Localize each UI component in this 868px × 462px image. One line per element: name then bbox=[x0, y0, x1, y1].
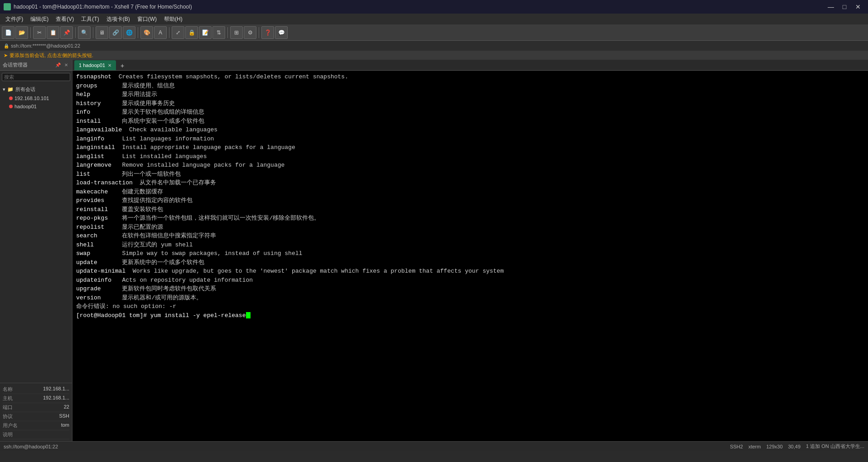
cmd-name: history bbox=[76, 100, 115, 107]
menu-edit[interactable]: 编辑(E) bbox=[27, 14, 52, 24]
cmd-desc: 从文件名中加载一个已存事务 bbox=[140, 179, 216, 186]
tb-expand-button[interactable]: ⤢ bbox=[172, 26, 184, 39]
sidebar-search-area bbox=[0, 71, 72, 83]
terminal-line: help 显示用法提示 bbox=[76, 90, 864, 99]
cmd-desc: Check available languages bbox=[129, 126, 217, 133]
cmd-name: reinstall bbox=[76, 206, 115, 213]
cmd-name: shell bbox=[76, 241, 115, 248]
close-button[interactable]: ✕ bbox=[852, 0, 864, 13]
sidebar-item-192[interactable]: 192.168.10.101 bbox=[0, 94, 72, 102]
prop-value: 192.168.1... bbox=[43, 395, 69, 402]
status-ssh-label: SSH2 bbox=[730, 444, 743, 449]
menu-view[interactable]: 查看(V) bbox=[52, 14, 77, 24]
cmd-name: repolist bbox=[76, 224, 115, 231]
maximize-button[interactable]: □ bbox=[838, 0, 851, 13]
tab-add-button[interactable]: + bbox=[118, 61, 127, 70]
cmd-desc: 更新软件包同时考虑软件包取代关系 bbox=[122, 285, 216, 292]
tb-help-button[interactable]: ❓ bbox=[261, 26, 274, 39]
sidebar-item-label-hadoop01: hadoop01 bbox=[14, 104, 37, 109]
tb-globe-button[interactable]: 🌐 bbox=[123, 26, 135, 39]
terminal-line: fssnapshot Creates filesystem snapshots,… bbox=[76, 72, 864, 82]
menu-tools[interactable]: 工具(T) bbox=[77, 14, 102, 24]
sidebar-search-input[interactable] bbox=[2, 73, 70, 81]
tb-sep-4 bbox=[138, 27, 138, 38]
sidebar-item-hadoop01[interactable]: hadoop01 bbox=[0, 102, 72, 111]
sidebar-pin-icon[interactable]: 📌 bbox=[55, 62, 61, 68]
tb-settings-button[interactable]: ⚙ bbox=[244, 26, 256, 39]
title-bar: hadoop01 - tom@Hadoop01:/home/tom - Xshe… bbox=[0, 0, 868, 14]
prop-value: 192.168.1... bbox=[43, 386, 69, 393]
info-bar: ➤ 要添加当前会话, 点击左侧的箭头按钮. bbox=[0, 51, 868, 60]
tb-sep-6 bbox=[227, 27, 228, 38]
title-bar-controls: — □ ✕ bbox=[825, 0, 864, 13]
tb-script-button[interactable]: 📝 bbox=[199, 26, 212, 39]
tb-sep-7 bbox=[259, 27, 259, 38]
menu-file[interactable]: 文件(F) bbox=[2, 14, 27, 24]
tree-group-expand-icon: ▾ bbox=[3, 87, 5, 92]
cmd-name: search bbox=[76, 232, 115, 239]
info-arrow-icon: ➤ bbox=[4, 53, 8, 58]
cmd-desc: 显示关于软件包或组的详细信息 bbox=[122, 109, 204, 116]
prop-label: 名称 bbox=[3, 386, 13, 393]
cmd-name: list bbox=[76, 171, 115, 178]
prop-value: SSH bbox=[59, 413, 69, 420]
terminal[interactable]: fssnapshot Creates filesystem snapshots,… bbox=[72, 71, 868, 441]
menu-help[interactable]: 帮助(H) bbox=[160, 14, 186, 24]
terminal-line: search 在软件包详细信息中搜索指定字符串 bbox=[76, 231, 864, 241]
app-icon bbox=[4, 3, 11, 10]
tb-transfer-button[interactable]: ⇅ bbox=[212, 26, 225, 39]
terminal-area: 1 hadoop01 ✕ + fssnapshot Creates filesy… bbox=[72, 60, 868, 441]
tb-color-button[interactable]: 🎨 bbox=[140, 26, 153, 39]
sidebar: 会话管理器 📌 ✕ ▾ 📁 所有会话 192.168.10.101 bbox=[0, 60, 72, 441]
terminal-line: shell 运行交互式的 yum shell bbox=[76, 241, 864, 250]
tab-close-icon[interactable]: ✕ bbox=[108, 63, 111, 68]
sidebar-close-icon[interactable]: ✕ bbox=[63, 62, 69, 68]
tb-connect-button[interactable]: 🔗 bbox=[109, 26, 122, 39]
terminal-line: upgrade 更新软件包同时考虑软件包取代关系 bbox=[76, 284, 864, 294]
sidebar-header: 会话管理器 📌 ✕ bbox=[0, 60, 72, 71]
cmd-name: version bbox=[76, 294, 115, 301]
status-term-label: xterm bbox=[748, 444, 761, 449]
sidebar-item-label-192: 192.168.10.101 bbox=[14, 96, 49, 101]
tb-session-button[interactable]: 🖥 bbox=[96, 26, 108, 39]
cmd-desc: Install appropriate language packs for a… bbox=[122, 144, 295, 151]
tab-hadoop01[interactable]: 1 hadoop01 ✕ bbox=[74, 60, 116, 70]
cmd-name: langinstall bbox=[76, 144, 115, 151]
cmd-name: update bbox=[76, 259, 115, 266]
terminal-line: langremove Remove installed language pac… bbox=[76, 161, 864, 170]
cursor-block bbox=[246, 312, 251, 318]
tb-lock-button[interactable]: 🔒 bbox=[185, 26, 198, 39]
menu-tabs[interactable]: 选项卡(B) bbox=[103, 14, 134, 24]
terminal-line: updateinfo Acts on repository update inf… bbox=[76, 276, 864, 285]
tb-cut-button[interactable]: ✂ bbox=[33, 26, 46, 39]
cmd-desc: 覆盖安装软件包 bbox=[122, 206, 163, 213]
tb-copy-button[interactable]: 📋 bbox=[47, 26, 59, 39]
cmd-desc: Works like upgrade, but goes to the 'new… bbox=[133, 268, 504, 274]
session-lock-icon: 🔒 bbox=[4, 43, 9, 48]
menu-window[interactable]: 窗口(W) bbox=[134, 14, 160, 24]
terminal-line: repolist 显示已配置的源 bbox=[76, 223, 864, 232]
error-line: 命令行错误: no such option: -r bbox=[76, 302, 864, 311]
cmd-name: install bbox=[76, 118, 115, 125]
tb-comment-button[interactable]: 💬 bbox=[275, 26, 288, 39]
tree-group-header[interactable]: ▾ 📁 所有会话 bbox=[0, 85, 72, 94]
minimize-button[interactable]: — bbox=[825, 0, 837, 13]
tb-paste-button[interactable]: 📌 bbox=[60, 26, 73, 39]
tb-new-button[interactable]: 📄 bbox=[2, 26, 14, 39]
status-left: ssh://tom@hadoop01:22 bbox=[4, 444, 58, 449]
cmd-name: makecache bbox=[76, 188, 115, 195]
cmd-desc: 显示用法提示 bbox=[122, 91, 157, 98]
tb-find-button[interactable]: 🔍 bbox=[78, 26, 91, 39]
main-area: 会话管理器 📌 ✕ ▾ 📁 所有会话 192.168.10.101 bbox=[0, 60, 868, 441]
tb-sep-1 bbox=[30, 27, 31, 38]
prop-row: 说明 bbox=[3, 430, 69, 439]
tb-open-button[interactable]: 📂 bbox=[15, 26, 28, 39]
terminal-line: makecache 创建元数据缓存 bbox=[76, 188, 864, 197]
terminal-line: groups 显示或使用、组信息 bbox=[76, 82, 864, 91]
terminal-line: reinstall 覆盖安装软件包 bbox=[76, 205, 864, 214]
prop-label: 用户名 bbox=[3, 422, 18, 429]
tb-split-button[interactable]: ⊞ bbox=[230, 26, 243, 39]
tb-font-button[interactable]: A bbox=[154, 26, 167, 39]
cmd-name: update-minimal bbox=[76, 268, 125, 274]
prop-value: 22 bbox=[64, 404, 69, 411]
